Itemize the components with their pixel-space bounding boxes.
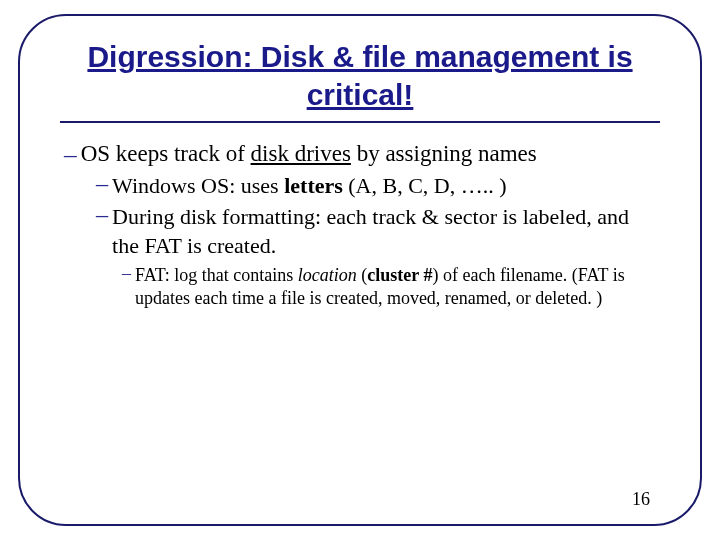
bullet-level2: – During disk formatting: each track & s… <box>96 202 660 260</box>
page-number: 16 <box>632 489 650 510</box>
text-run-bold: cluster # <box>367 265 432 285</box>
bullet-l1-text: OS keeps track of disk drives by assigni… <box>81 141 660 167</box>
bullet-level3: – FAT: log that contains location (clust… <box>122 264 660 311</box>
bullet-l2a-text: Windows OS: uses letters (A, B, C, D, ….… <box>112 171 660 200</box>
text-run: (A, B, C, D, ….. ) <box>343 173 507 198</box>
text-run-underline: disk drives <box>251 141 351 166</box>
slide-frame: Digression: Disk & file management is cr… <box>18 14 702 526</box>
title-divider <box>60 121 660 123</box>
bullet-level1: – OS keeps track of disk drives by assig… <box>64 141 660 169</box>
dash-icon: – <box>64 141 77 169</box>
text-run: ( <box>357 265 368 285</box>
text-run: FAT: log that contains <box>135 265 298 285</box>
bullet-level2: – Windows OS: uses letters (A, B, C, D, … <box>96 171 660 200</box>
text-run-bold: letters <box>284 173 343 198</box>
dash-icon: – <box>96 202 108 229</box>
text-run-italic: location <box>298 265 357 285</box>
dash-icon: – <box>122 264 131 284</box>
text-run: by assigning names <box>351 141 537 166</box>
bullet-l3-text: FAT: log that contains location (cluster… <box>135 264 660 311</box>
text-run: OS keeps track of <box>81 141 251 166</box>
text-run: Windows OS: uses <box>112 173 284 198</box>
slide-title: Digression: Disk & file management is cr… <box>60 38 660 113</box>
dash-icon: – <box>96 171 108 198</box>
bullet-l2b-text: During disk formatting: each track & sec… <box>112 202 660 260</box>
